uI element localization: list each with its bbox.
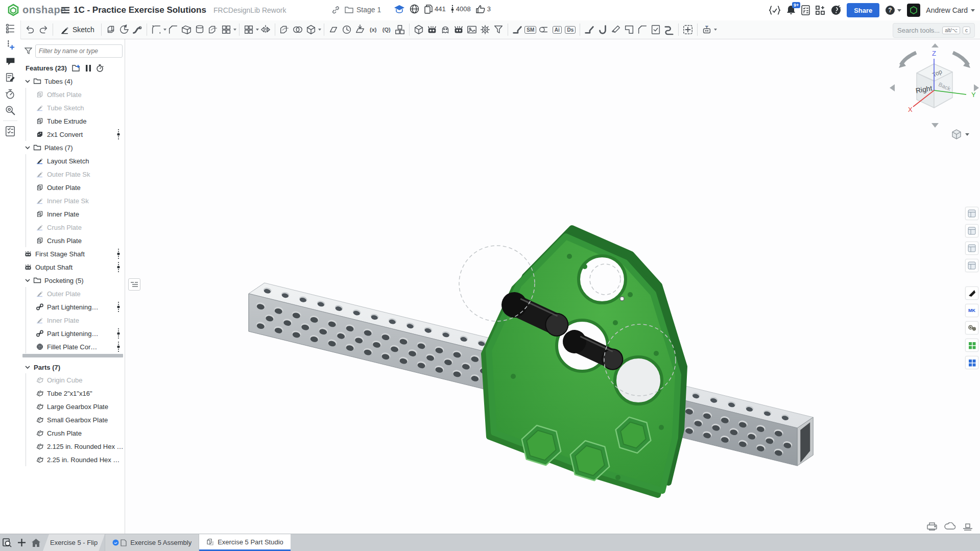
image-tool[interactable]	[465, 23, 479, 36]
link-icon[interactable]	[332, 6, 340, 14]
helix-tool[interactable]	[340, 23, 353, 36]
linear-pattern-tool[interactable]	[220, 23, 233, 36]
feature-tree-row[interactable]: Inner Plate Sk	[20, 194, 125, 207]
chevron-down-icon[interactable]	[23, 366, 32, 369]
transform-tool[interactable]	[304, 23, 318, 36]
frc-gearbox-tool[interactable]	[425, 23, 439, 36]
copies-stat[interactable]: 441	[424, 5, 446, 14]
search-tabs-icon[interactable]	[0, 534, 14, 551]
print-bed-icon[interactable]	[963, 522, 973, 531]
feature-tree-row[interactable]: 2.125 in. Rounded Hex …	[20, 440, 125, 453]
rib-tool[interactable]	[206, 23, 220, 36]
view-cube[interactable]: Top Right Back Z Y X	[890, 43, 979, 128]
chevron-down-icon[interactable]	[23, 279, 32, 282]
onshape-logo-icon[interactable]	[7, 4, 20, 17]
linear-pattern-tool-caret-icon[interactable]	[233, 29, 236, 31]
boolean-tool[interactable]	[291, 23, 304, 36]
sheet-metal-joint-tool[interactable]	[583, 23, 596, 36]
sheet-metal-model-tool[interactable]: SM	[524, 23, 537, 36]
overflow-dots-icon[interactable]	[117, 341, 120, 352]
mirror-tool[interactable]	[259, 23, 272, 36]
mate-connector-tool[interactable]	[700, 23, 713, 36]
derived-tool[interactable]	[393, 23, 407, 36]
add-tab-button[interactable]	[14, 534, 29, 551]
model-search-button[interactable]	[0, 102, 20, 118]
panel-splitter[interactable]	[22, 354, 123, 357]
sheet-metal-flange-tool[interactable]	[511, 23, 524, 36]
bend-tool[interactable]	[596, 23, 609, 36]
feature-tree-row[interactable]: Part Lightening…	[20, 300, 125, 314]
properties-panel-button[interactable]	[965, 259, 978, 272]
featurescript-braces-icon[interactable]	[769, 6, 781, 15]
search-tools-box[interactable]: Search tools... alt/⌥ c	[893, 23, 975, 38]
feature-tree-row[interactable]: Outer Plate	[20, 181, 125, 194]
feature-tree-row[interactable]: Offset Plate	[20, 88, 125, 101]
tab-exercise5-partstudio[interactable]: Exercise 5 Part Studio	[199, 534, 291, 551]
help-menu[interactable]: ?	[885, 5, 901, 15]
user-menu[interactable]: Andrew Card	[926, 6, 975, 14]
revolve-tool[interactable]	[117, 23, 131, 36]
feature-tree-row[interactable]: Output Shaft	[20, 260, 125, 274]
print-3d-icon[interactable]	[927, 522, 937, 531]
validate-tool[interactable]	[649, 23, 662, 36]
feature-tree-row[interactable]: 2x1 Convert	[20, 128, 125, 141]
extrude-tool[interactable]	[104, 23, 117, 36]
home-tab-button[interactable]	[29, 534, 43, 551]
transform-tool-caret-icon[interactable]	[318, 29, 321, 31]
plane-tool[interactable]	[327, 23, 340, 36]
feature-tree-row[interactable]: Tube Sketch	[20, 101, 125, 114]
suppress-pause-icon[interactable]	[86, 65, 91, 71]
primitive-box-tool[interactable]	[412, 23, 425, 36]
frc-robot-tool[interactable]	[452, 23, 465, 36]
feature-manager-toggle[interactable]	[0, 20, 20, 37]
gear-generator-tool[interactable]	[479, 23, 492, 36]
feature-list-flyout-button[interactable]	[128, 278, 140, 291]
overflow-dots-icon[interactable]	[117, 328, 120, 339]
ai-advisor-tool[interactable]: Ai	[551, 23, 564, 36]
tab-exercise5-assembly[interactable]: Exercise 5 Assembly	[105, 534, 199, 551]
share-button[interactable]: Share	[847, 3, 879, 17]
tube-bend-tool[interactable]	[662, 23, 676, 36]
feature-tree-row[interactable]: Large Gearbox Plate	[20, 400, 125, 413]
feature-tree-row[interactable]: Crush Plate	[20, 221, 125, 234]
chevron-down-icon[interactable]	[23, 146, 32, 150]
feature-tree-row[interactable]: Outer Plate	[20, 287, 125, 300]
feature-tree-row[interactable]: Fillet Plate Cor…	[20, 340, 125, 353]
document-title[interactable]: 1C - Practice Exercise Solutions	[74, 5, 206, 15]
notifications-bell-icon[interactable]: 9+	[786, 5, 796, 15]
app-store-icon[interactable]	[816, 6, 825, 15]
gears-app-button[interactable]	[965, 321, 978, 334]
thicken-tool[interactable]	[278, 23, 291, 36]
hamburger-menu-icon[interactable]	[61, 7, 69, 14]
feature-tree-row[interactable]: Plates (7)	[20, 141, 125, 154]
blue-grid-app-button[interactable]	[965, 356, 978, 369]
mkcad-panel-button[interactable]: MK	[965, 304, 978, 317]
feature-tree-row[interactable]: Crush Plate	[20, 426, 125, 440]
bom-panel-button[interactable]	[965, 242, 978, 255]
education-cap-icon[interactable]	[394, 5, 404, 13]
feature-tree-row[interactable]: Crush Plate	[20, 234, 125, 247]
filter-input[interactable]	[35, 44, 123, 58]
comments-button[interactable]	[0, 53, 20, 69]
variable-tool[interactable]: (x)	[367, 23, 380, 36]
feature-tree-row[interactable]: Pocketing (5)	[20, 274, 125, 287]
breadcrumb-stage[interactable]: Stage 1	[356, 6, 381, 14]
design-standards-tool[interactable]: Ds	[564, 23, 577, 36]
overflow-dots-icon[interactable]	[117, 301, 120, 313]
feature-tree-row[interactable]: Origin Cube	[20, 373, 125, 387]
notes-button[interactable]	[0, 69, 20, 86]
appearance-panel-button[interactable]	[965, 207, 978, 220]
feature-tree-row[interactable]: Inner Plate	[20, 207, 125, 221]
shell-tool[interactable]	[180, 23, 193, 36]
learning-center-icon[interactable]	[831, 5, 841, 15]
origin-target-tool[interactable]	[681, 23, 695, 36]
overflow-dots-icon[interactable]	[117, 261, 120, 273]
featurescript-search-tool[interactable]: (Q)	[380, 23, 393, 36]
overflow-dots-icon[interactable]	[117, 129, 120, 140]
corner-tool[interactable]	[623, 23, 636, 36]
tasks-icon[interactable]	[801, 5, 810, 15]
undo-button[interactable]	[23, 23, 37, 36]
green-grid-app-button[interactable]	[965, 339, 978, 352]
feature-tree-row[interactable]: Tubes (4)	[20, 75, 125, 88]
avatar[interactable]	[907, 4, 920, 17]
